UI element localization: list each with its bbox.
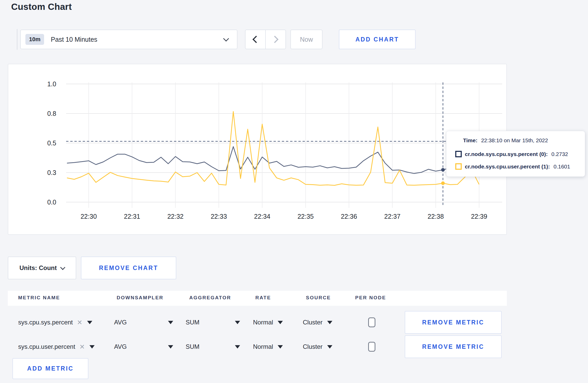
user-series-swatch-icon	[455, 163, 462, 170]
metric-name-select[interactable]: sys.cpu.user.percent✕	[18, 335, 95, 358]
chart-card: 0.00.30.50.81.022:3022:3122:3222:3322:34…	[8, 64, 507, 235]
source-select-value: Cluster	[303, 319, 323, 326]
x-axis-label: 22:30	[81, 213, 97, 220]
custom-chart-page: Custom Chart 10m Past 10 Minutes Now ADD…	[0, 0, 588, 383]
x-axis-label: 22:33	[211, 213, 227, 220]
tooltip-series-value: 0.2732	[551, 151, 568, 157]
column-header: METRIC NAME	[18, 295, 60, 301]
time-range-select[interactable]: 10m Past 10 Minutes	[20, 30, 237, 49]
y-axis-label: 0.3	[47, 169, 56, 176]
chevron-down-icon	[60, 265, 65, 270]
add-metric-button[interactable]: ADD METRIC	[12, 358, 88, 379]
x-axis-label: 22:37	[384, 213, 401, 220]
time-range-label: Past 10 Minutes	[51, 36, 97, 43]
x-axis-label: 22:32	[167, 213, 184, 220]
aggregator-select-value: SUM	[186, 319, 199, 326]
y-axis-label: 1.0	[47, 80, 56, 88]
dropdown-arrow-icon	[235, 345, 240, 349]
tooltip-time-row: Time:22:38:10 on Mar 15th, 2022	[463, 137, 548, 144]
units-select[interactable]: Units: Count	[8, 257, 76, 279]
tooltip-series-label: cr.node.sys.cpu.sys.percent (0):	[465, 151, 548, 157]
add-chart-button[interactable]: ADD CHART	[339, 30, 416, 49]
downsampler-select-value: AVG	[114, 343, 127, 350]
source-select[interactable]: Cluster	[303, 335, 332, 358]
column-header: DOWNSAMPLER	[117, 295, 164, 301]
per-node-cell	[368, 311, 375, 334]
dropdown-arrow-icon	[278, 345, 283, 349]
toolbar-divider	[17, 29, 17, 50]
dropdown-arrow-icon	[278, 321, 283, 324]
y-axis-label: 0.5	[47, 139, 56, 147]
rate-select-value: Normal	[253, 343, 273, 350]
column-header: SOURCE	[306, 295, 331, 301]
chevron-right-icon	[271, 36, 278, 43]
column-header: AGGREGATOR	[189, 295, 231, 301]
dropdown-arrow-icon	[327, 321, 332, 324]
source-select[interactable]: Cluster	[303, 311, 332, 334]
per-node-checkbox[interactable]	[368, 342, 375, 352]
line-chart[interactable]: 0.00.30.50.81.022:3022:3122:3222:3322:34…	[8, 64, 506, 234]
dropdown-arrow-icon	[168, 321, 173, 324]
dropdown-arrow-icon	[89, 345, 95, 349]
time-range-badge: 10m	[25, 34, 44, 45]
series-line-1	[67, 111, 479, 185]
tooltip-series-row: cr.node.sys.cpu.sys.percent (0): 0.2732	[455, 151, 568, 157]
rate-select-value: Normal	[253, 319, 273, 326]
crosshair-point-1	[441, 181, 445, 185]
downsampler-select[interactable]: AVG	[114, 311, 171, 334]
metric-name-label: sys.cpu.sys.percent	[18, 319, 73, 326]
aggregator-select[interactable]: SUM	[186, 335, 238, 358]
metric-name-label: sys.cpu.user.percent	[18, 343, 75, 350]
remove-metric-button[interactable]: REMOVE METRIC	[405, 335, 502, 358]
clear-metric-icon[interactable]: ✕	[79, 343, 85, 351]
tooltip-time-label: Time:	[463, 137, 478, 143]
tooltip-series-row: cr.node.sys.cpu.user.percent (1): 0.1601	[455, 163, 570, 170]
column-header: PER NODE	[355, 295, 386, 301]
metrics-table-header: METRIC NAMEDOWNSAMPLERAGGREGATORRATESOUR…	[8, 291, 507, 306]
previous-interval-button[interactable]	[245, 30, 266, 49]
dropdown-arrow-icon	[327, 345, 332, 349]
metric-row: sys.cpu.user.percent✕AVGSUMNormalCluster…	[8, 335, 507, 358]
y-axis-label: 0.8	[47, 110, 56, 117]
downsampler-select-value: AVG	[114, 319, 127, 326]
aggregator-select-value: SUM	[186, 343, 199, 350]
x-axis-label: 22:31	[124, 213, 140, 220]
source-select-value: Cluster	[303, 343, 323, 350]
y-axis-label: 0.0	[47, 198, 56, 206]
tooltip-time-value: 22:38:10 on Mar 15th, 2022	[481, 137, 548, 143]
rate-select[interactable]: Normal	[253, 311, 283, 334]
clear-metric-icon[interactable]: ✕	[77, 319, 82, 326]
page-title: Custom Chart	[11, 2, 72, 12]
x-axis-label: 22:38	[428, 213, 444, 220]
per-node-cell	[368, 335, 375, 358]
tooltip-series-value: 0.1601	[554, 164, 570, 170]
remove-chart-button[interactable]: REMOVE CHART	[81, 257, 176, 279]
x-axis-label: 22:35	[297, 213, 314, 220]
next-interval-button[interactable]	[265, 30, 286, 49]
dropdown-arrow-icon	[87, 321, 92, 324]
time-pager	[245, 30, 286, 49]
aggregator-select[interactable]: SUM	[186, 311, 238, 334]
series-line-0	[67, 147, 479, 174]
downsampler-select[interactable]: AVG	[114, 335, 171, 358]
chevron-down-icon	[223, 36, 229, 42]
sys-series-swatch-icon	[455, 151, 462, 157]
rate-select[interactable]: Normal	[253, 335, 283, 358]
x-axis-label: 22:34	[254, 213, 270, 220]
crosshair-point-0	[441, 168, 445, 172]
metric-row: sys.cpu.sys.percent✕AVGSUMNormalClusterR…	[8, 311, 507, 334]
dropdown-arrow-icon	[235, 321, 240, 324]
remove-metric-button[interactable]: REMOVE METRIC	[405, 311, 502, 334]
metric-name-select[interactable]: sys.cpu.sys.percent✕	[18, 311, 92, 334]
dropdown-arrow-icon	[168, 345, 173, 349]
now-button[interactable]: Now	[290, 30, 323, 49]
tooltip-series-label: cr.node.sys.cpu.user.percent (1):	[465, 164, 550, 170]
x-axis-label: 22:39	[471, 213, 487, 220]
column-header: RATE	[255, 295, 271, 301]
per-node-checkbox[interactable]	[368, 317, 375, 327]
chevron-left-icon	[253, 36, 260, 43]
x-axis-label: 22:36	[341, 213, 357, 220]
chart-tooltip: Time:22:38:10 on Mar 15th, 2022 cr.node.…	[446, 131, 585, 177]
